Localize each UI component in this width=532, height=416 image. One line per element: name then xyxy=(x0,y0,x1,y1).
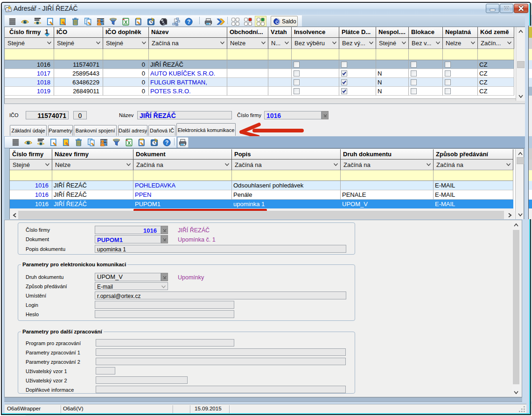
svg-text:?: ? xyxy=(187,19,190,25)
svg-text:?: ? xyxy=(165,139,168,146)
